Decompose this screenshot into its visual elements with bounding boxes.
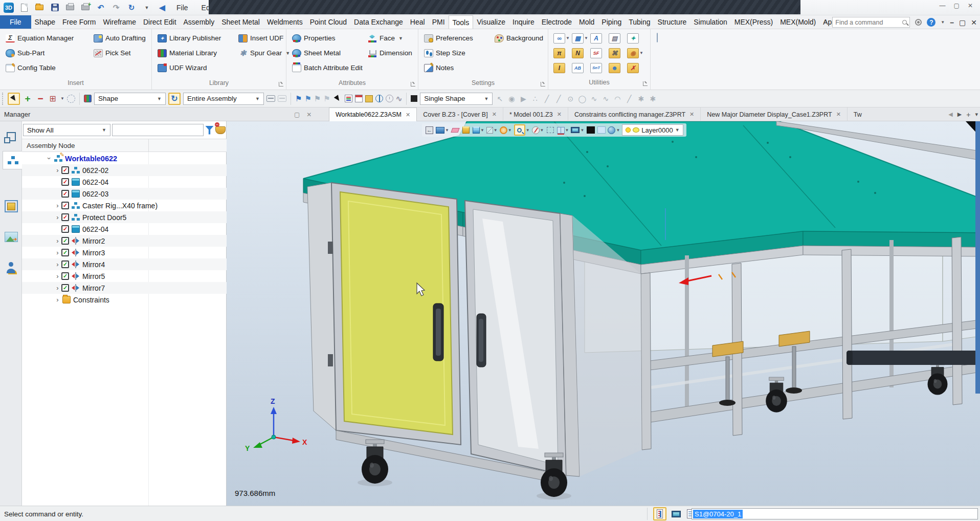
edge-color-swatch[interactable]	[586, 124, 595, 136]
show-all-combo[interactable]: Show All▼	[23, 124, 110, 136]
tab-truncated[interactable]: Tw	[848, 107, 868, 121]
save-icon[interactable]	[49, 2, 60, 13]
checkbox[interactable]: ✓	[61, 237, 69, 245]
user-folder-tool-button[interactable]	[609, 63, 627, 73]
tree-row[interactable]: ›✓0622-04	[22, 176, 227, 188]
face-color-swatch[interactable]	[597, 124, 606, 136]
layer-visibility-icon[interactable]	[626, 127, 631, 133]
menu-item-shape[interactable]: Shape	[31, 15, 59, 29]
window-select-icon[interactable]	[546, 124, 555, 136]
shape-filter-combo[interactable]: Shape▼	[94, 93, 166, 105]
tag-check-tool-button[interactable]	[609, 33, 627, 44]
sf-style-tool-button[interactable]	[590, 48, 609, 58]
caster-wheel[interactable]	[766, 377, 787, 413]
menu-item-data-exchange[interactable]: Data Exchange	[350, 15, 407, 29]
quick-access-dropdown-icon[interactable]: ▼	[141, 2, 152, 13]
leveling-foot[interactable]	[779, 331, 810, 394]
history-manager-icon[interactable]	[3, 127, 19, 146]
select-tool-button[interactable]	[8, 93, 20, 105]
checkbox[interactable]: ✓	[61, 260, 69, 268]
menu-item-tools[interactable]: Tools	[449, 15, 474, 29]
toolbar-grip[interactable]	[2, 93, 4, 105]
tab-close-icon[interactable]: ✕	[557, 111, 562, 118]
checkbox[interactable]: ✓	[61, 249, 69, 256]
tree-label[interactable]: Mirror7	[82, 284, 105, 292]
render-image-icon[interactable]: ▼	[436, 124, 449, 136]
checkbox[interactable]: ✓	[61, 225, 69, 233]
menu-item-tubing[interactable]: Tubing	[625, 15, 654, 29]
udf-wizard-button[interactable]: UDF Wizard	[156, 63, 237, 73]
section-view-icon[interactable]: ▼	[500, 124, 512, 136]
open-file-icon[interactable]	[34, 2, 45, 13]
visual-manager-icon[interactable]	[3, 197, 19, 215]
eraser-icon[interactable]	[451, 124, 460, 136]
section-expand-icon[interactable]	[643, 81, 648, 86]
checkbox[interactable]: ✓	[61, 166, 69, 174]
tree-label[interactable]: 0622-04	[82, 225, 108, 233]
file-menu-tab[interactable]: File	[0, 15, 31, 29]
sheet-metal-attr-button[interactable]: Sheet Metal	[291, 49, 366, 58]
dimension-button[interactable]: Dimension	[366, 49, 415, 58]
column-header-assembly-node[interactable]: Assembly Node	[22, 139, 227, 152]
tree-row[interactable]: ›✓Mirror3	[22, 247, 227, 258]
tree-row[interactable]: ›✓0622-04	[22, 223, 227, 235]
expand-caret[interactable]: ›	[54, 202, 61, 209]
checkbox[interactable]: ✓	[61, 190, 69, 198]
clear-filter-icon[interactable]	[215, 126, 226, 134]
checkbox[interactable]: ✓	[61, 178, 69, 186]
calculator-tool-button[interactable]: ▼	[572, 33, 590, 44]
menu-item-point-cloud[interactable]: Point Cloud	[306, 15, 350, 29]
ab-check-tool-button[interactable]	[572, 63, 590, 73]
section-expand-icon[interactable]	[279, 82, 283, 86]
titlebar-menu-file[interactable]: File	[172, 4, 193, 12]
tree-label[interactable]: 0622-04	[82, 178, 108, 186]
menu-item-assembly[interactable]: Assembly	[180, 15, 218, 29]
layer-combo[interactable]: Layer0000 ▼	[622, 124, 683, 136]
plot-print-icon[interactable]	[80, 2, 91, 13]
display-monitor-icon[interactable]	[670, 507, 683, 520]
tree-row-constraints[interactable]: ›Constraints	[22, 294, 227, 306]
collapse-ribbon-icon[interactable]: ^	[823, 18, 828, 26]
undo-icon[interactable]: ↶	[95, 2, 106, 13]
rotate-view-icon[interactable]: ▼	[532, 124, 544, 136]
restore-app-icon[interactable]: ▢	[959, 18, 966, 27]
checkbox[interactable]: ✓	[61, 272, 69, 280]
menu-item-inquire[interactable]: Inquire	[509, 15, 538, 29]
render-manager-icon[interactable]	[3, 228, 19, 246]
3d-viewport[interactable]: Z X Y ← ▼ ▼ ▼ ▼ ▼ ▼	[227, 121, 980, 506]
filter-funnel-icon[interactable]	[205, 126, 214, 135]
tree-label[interactable]: Mirror4	[82, 260, 105, 269]
redo-icon[interactable]: ↷	[110, 2, 122, 13]
tree-row[interactable]: ›✓Mirror2	[22, 235, 227, 247]
menu-item-structure[interactable]: Structure	[654, 15, 691, 29]
equation-manager-button[interactable]: Equation Manager	[4, 34, 92, 43]
plant-tool-button[interactable]	[627, 33, 645, 44]
preferences-button[interactable]: Preferences	[422, 34, 493, 43]
assembly-manager-icon[interactable]	[3, 151, 22, 169]
tab-scroll-left-icon[interactable]: ◀	[948, 111, 952, 118]
zoom-tool-icon[interactable]: ▼	[514, 124, 530, 136]
menu-item-visualize[interactable]: Visualize	[473, 15, 509, 29]
regen-manager-icon[interactable]	[355, 95, 363, 102]
tree-row[interactable]: ›✓Caster Rig...X40 frame)	[22, 200, 227, 211]
search-icon[interactable]	[902, 20, 907, 25]
tree-label[interactable]: Protect Door5	[82, 213, 126, 222]
pick-region-icon[interactable]: ⊞	[48, 94, 57, 103]
tab-close-icon[interactable]: ✕	[492, 111, 497, 118]
display-settings-icon[interactable]: ▼	[571, 124, 584, 136]
restore-window-icon[interactable]: ▢	[954, 2, 960, 9]
flag-blue2-icon[interactable]: ⚑	[304, 94, 311, 103]
tab-close-icon[interactable]: ✕	[689, 111, 694, 118]
expand-caret[interactable]: ›	[54, 272, 61, 280]
tree-row[interactable]: ›✓Mirror7	[22, 282, 227, 294]
isometric-view-icon[interactable]	[462, 124, 471, 136]
notes-button[interactable]: Notes	[422, 63, 493, 73]
wireframe-display-icon[interactable]: ▼	[486, 124, 498, 136]
menu-item-electrode[interactable]: Electrode	[538, 15, 575, 29]
tree-row[interactable]: ›✓Mirror5	[22, 270, 227, 282]
settings-gear-icon[interactable]	[915, 19, 922, 26]
scope-combo[interactable]: Entire Assembly▼	[183, 93, 264, 105]
minimize-window-icon[interactable]: —	[940, 2, 946, 9]
document-panel-icon[interactable]	[657, 33, 658, 42]
close-window-icon[interactable]: ✕	[968, 2, 973, 9]
